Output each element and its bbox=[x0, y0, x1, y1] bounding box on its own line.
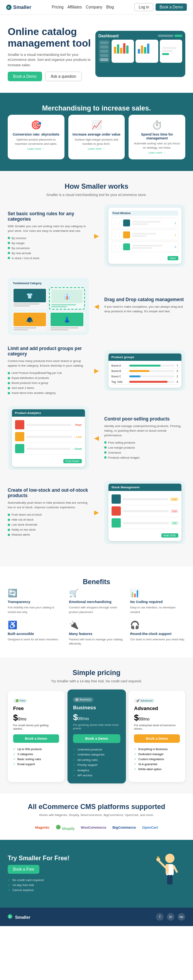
pricing-btn-free[interactable]: Book a Demo bbox=[13, 734, 59, 743]
product-name-3 bbox=[14, 327, 36, 328]
platform-opencart: OpenCart bbox=[142, 826, 158, 829]
hero-demo-button[interactable]: Book a Demo bbox=[8, 72, 42, 81]
pricing-price-business: $39/mo bbox=[73, 712, 120, 722]
merch-icon-0: 🎯 bbox=[12, 120, 61, 130]
benefit-icon-3: ♿ bbox=[8, 620, 63, 630]
benefit-icon-1: 🛒 bbox=[69, 588, 124, 598]
nav-link-company[interactable]: Company bbox=[86, 5, 102, 9]
sort-item-2: ⋮⋮ 2 bbox=[112, 230, 178, 240]
platform-shopify: Shopify bbox=[56, 824, 75, 831]
group-bar-3 bbox=[129, 375, 174, 377]
stock-action-wrap: Hide OOS bbox=[112, 531, 178, 538]
sidebar-dash-1 bbox=[100, 41, 108, 44]
sort-thumb-1 bbox=[123, 219, 130, 226]
dashboard-bar-chart-1 bbox=[114, 42, 132, 54]
sort-mockup-header: Front Window bbox=[112, 211, 178, 216]
how-step-title-4: Control poor-selling products bbox=[104, 416, 185, 422]
hero-buttons: Book a Demo Ask a question bbox=[8, 72, 91, 81]
how-step-text-1: With Smaller you can set sorting rules f… bbox=[8, 224, 89, 233]
merch-card-text-0: Optimize product placement to maximize c… bbox=[12, 138, 61, 146]
merch-card-title-1: Increase average order value bbox=[72, 132, 121, 136]
stock-text-1 bbox=[123, 498, 168, 500]
group-count-2: 4 bbox=[177, 370, 178, 372]
how-step-1: Set basic sorting rules for any categori… bbox=[8, 204, 185, 267]
how-arrow-3: ▶ bbox=[94, 367, 99, 374]
nav-link-pricing[interactable]: Pricing bbox=[52, 5, 64, 9]
pricing-feature-business-1: Unlimited categories bbox=[73, 752, 120, 757]
stock-row-2: Out bbox=[112, 505, 178, 517]
pricing-feature-business-5: API access bbox=[73, 773, 120, 778]
how-list-item-4-0: Poor-selling products bbox=[104, 440, 185, 445]
stock-hide-button[interactable]: Hide OOS bbox=[161, 533, 178, 538]
sort-thumb-3 bbox=[123, 243, 130, 250]
pricing-features-advanced: Everything in Business Dedicated manager… bbox=[134, 747, 180, 772]
benefit-3: ♿ Built accessible Designed to work for … bbox=[8, 620, 63, 646]
category-header: Tumbleweed Category bbox=[12, 281, 85, 286]
sidebar-dash-2 bbox=[100, 45, 108, 49]
pricing-feature-business-2: All sorting rules bbox=[73, 757, 120, 762]
nav-link-affiliates[interactable]: Affiliates bbox=[68, 5, 82, 9]
pricing-feature-advanced-3: SLA guarantee bbox=[134, 762, 180, 767]
stock-thumb-2 bbox=[112, 506, 121, 516]
hero-question-button[interactable]: Ask a question bbox=[45, 72, 82, 81]
product-price-1 bbox=[14, 305, 30, 307]
group-bar-fill-3 bbox=[129, 375, 141, 377]
pricing-btn-business[interactable]: Book a Demo bbox=[73, 734, 120, 743]
platforms-section: All eCommerce CMS platforms supported Wo… bbox=[0, 794, 193, 840]
twitter-icon[interactable]: tw bbox=[178, 913, 185, 921]
analytics-text-1 bbox=[26, 424, 72, 426]
pricing-card-business: 🏢 Business Business $39/mo For growing s… bbox=[67, 690, 125, 784]
benefits-grid: 🔄 Transparency Full visibility into how … bbox=[8, 588, 185, 646]
analytics-row-1: ↓ Poor bbox=[15, 419, 82, 431]
logo-icon: S bbox=[6, 5, 12, 10]
how-text-3: Limit and add product groups per categor… bbox=[8, 346, 89, 395]
how-list-4: Poor-selling products Low margin product… bbox=[104, 440, 185, 460]
merch-card-link-2[interactable]: Learn more → bbox=[132, 151, 181, 154]
pricing-feature-business-3: Priority support bbox=[73, 762, 120, 767]
book-demo-button[interactable]: Book a Demo bbox=[156, 3, 187, 11]
merch-section: Merchandising to increase sales. 🎯 Conve… bbox=[0, 93, 193, 171]
cta-book-button[interactable]: Book a Free bbox=[8, 865, 39, 874]
product-name-4 bbox=[51, 327, 78, 328]
stock-badge-2: Out bbox=[171, 509, 178, 513]
stock-box: Stock Management Low Out OK bbox=[108, 484, 181, 541]
stock-row-3: OK bbox=[112, 517, 178, 529]
cta-image: ★ bbox=[127, 851, 185, 897]
sort-handle-1: ⋮⋮ bbox=[113, 221, 121, 225]
login-button[interactable]: Log in bbox=[134, 3, 153, 11]
merch-card-link-0[interactable]: Learn more → bbox=[12, 147, 61, 150]
dashboard-line-2 bbox=[162, 50, 173, 52]
how-list-item-3-3: Sort each 2 items bbox=[8, 385, 89, 390]
pricing-feature-free-3: Email support bbox=[13, 762, 59, 767]
benefit-icon-0: 🔄 bbox=[8, 588, 63, 598]
platforms-title: All eCommerce CMS platforms supported bbox=[8, 803, 185, 811]
cta-text: Try Smaller For Free! Book a Free No cre… bbox=[8, 855, 124, 893]
stock-text-3 bbox=[123, 522, 169, 524]
how-text-4: Control poor-selling products Identify a… bbox=[104, 416, 185, 460]
benefit-icon-2: 📊 bbox=[130, 588, 185, 598]
analytics-push-button[interactable]: Push Down bbox=[63, 459, 82, 463]
pricing-btn-advanced[interactable]: Book a Demo bbox=[134, 734, 180, 743]
nav-link-blog[interactable]: Blog bbox=[106, 5, 114, 9]
person-illustration: ★ bbox=[154, 851, 185, 897]
linkedin-icon[interactable]: in bbox=[167, 913, 174, 921]
pricing-card-free: 🟢 Free Free $0/mo For small stores just … bbox=[8, 691, 64, 782]
benefits-title: Benefits bbox=[8, 578, 185, 586]
benefit-text-4: Packed with tools to manage your catalog… bbox=[69, 637, 124, 646]
platform-woocommerce: WooCommerce bbox=[81, 826, 106, 829]
group-bar-fill-2 bbox=[129, 370, 150, 372]
product-img-1: 👕 bbox=[14, 289, 46, 302]
cta-feature-2: Cancel anytime bbox=[8, 888, 124, 893]
bar-3 bbox=[120, 48, 122, 54]
how-list-item-4-2: Overstock bbox=[104, 450, 185, 455]
facebook-icon[interactable]: f bbox=[156, 913, 164, 921]
merch-card-link-1[interactable]: Learn more → bbox=[72, 147, 121, 150]
sort-label-line-5 bbox=[132, 245, 163, 246]
svg-point-3 bbox=[165, 854, 174, 863]
sort-save-button[interactable]: Save bbox=[168, 256, 178, 260]
merch-icon-1: 📈 bbox=[72, 120, 121, 130]
drag-drop-mockup: Tumbleweed Category 👕 👔 🧥 bbox=[12, 281, 85, 332]
product-img-drag: 👔 bbox=[51, 290, 83, 303]
benefit-text-2: Easy to use interface, no developer need… bbox=[130, 605, 185, 614]
analytics-thumb-3 bbox=[15, 444, 24, 453]
